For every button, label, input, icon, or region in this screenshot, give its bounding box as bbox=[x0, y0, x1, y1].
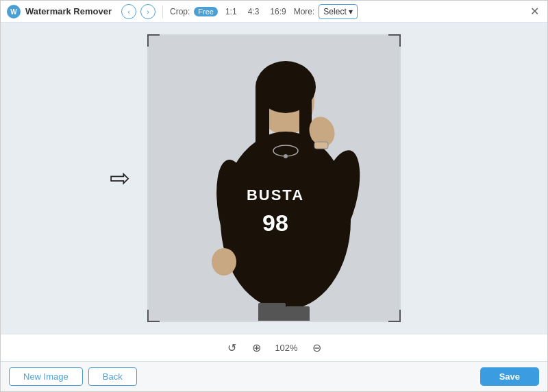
zoom-in-icon: ⊕ bbox=[252, 341, 261, 354]
svg-point-16 bbox=[284, 154, 288, 158]
date-stamp: 06-11-22 bbox=[147, 23, 188, 24]
svg-text:BUSTA: BUSTA bbox=[247, 186, 304, 204]
new-image-button[interactable]: New Image bbox=[9, 367, 83, 386]
title-bar: W Watermark Remover ‹ › Crop: Free 1:1 4… bbox=[1, 1, 547, 23]
crop-label: Crop: bbox=[170, 7, 190, 16]
arrow-left-annotation: ⇨ bbox=[110, 166, 130, 191]
app-title: Watermark Remover bbox=[25, 6, 112, 16]
zoom-bar: ↺ ⊕ 102% ⊖ bbox=[1, 334, 547, 361]
zoom-level-label: 102% bbox=[273, 343, 300, 353]
select-label: Select bbox=[323, 7, 346, 16]
svg-text:W: W bbox=[10, 8, 17, 16]
svg-rect-17 bbox=[314, 142, 328, 149]
zoom-in-button[interactable]: ⊕ bbox=[248, 340, 264, 356]
footer-bar: New Image Back Save bbox=[1, 361, 547, 391]
divider bbox=[162, 5, 163, 18]
app-logo-icon: W bbox=[6, 4, 21, 19]
zoom-out-button[interactable]: ⊖ bbox=[308, 340, 325, 356]
reset-zoom-icon: ↺ bbox=[227, 341, 236, 354]
nav-forward-button[interactable]: › bbox=[140, 4, 155, 19]
chevron-down-icon: ▾ bbox=[349, 7, 353, 16]
main-canvas-area: ↑ 06-11-22 ⇨ bbox=[1, 23, 547, 334]
footer-left-actions: New Image Back bbox=[9, 367, 137, 386]
reset-zoom-button[interactable]: ↺ bbox=[223, 340, 240, 356]
photo-frame[interactable]: BUSTA 98 bbox=[147, 34, 401, 322]
photo-image: BUSTA 98 bbox=[149, 36, 399, 321]
person-svg: BUSTA 98 bbox=[149, 36, 399, 321]
crop-1x1-option[interactable]: 1:1 bbox=[222, 5, 240, 18]
nav-back-button[interactable]: ‹ bbox=[121, 4, 136, 19]
close-button[interactable]: ✕ bbox=[527, 6, 542, 17]
svg-text:98: 98 bbox=[262, 210, 288, 236]
back-button[interactable]: Back bbox=[88, 367, 137, 386]
save-button[interactable]: Save bbox=[480, 367, 539, 386]
canvas-wrapper: 06-11-22 ⇨ bbox=[147, 34, 401, 322]
svg-rect-19 bbox=[286, 306, 310, 321]
svg-point-12 bbox=[212, 248, 236, 275]
crop-4x3-option[interactable]: 4:3 bbox=[245, 5, 263, 18]
select-dropdown[interactable]: Select ▾ bbox=[319, 4, 357, 19]
crop-free-badge[interactable]: Free bbox=[194, 7, 218, 16]
zoom-out-icon: ⊖ bbox=[312, 341, 321, 354]
crop-16x9-option[interactable]: 16:9 bbox=[266, 5, 289, 18]
svg-rect-18 bbox=[258, 303, 286, 321]
more-label: More: bbox=[294, 7, 315, 16]
